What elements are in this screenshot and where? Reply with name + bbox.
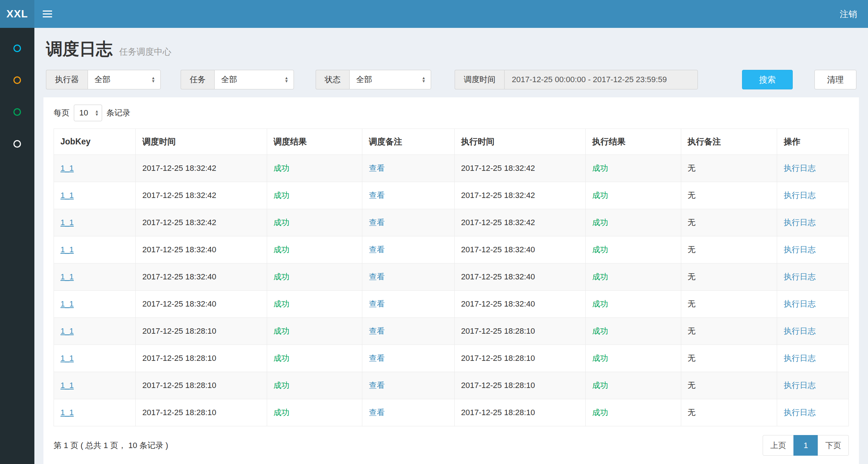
pagination-prev-button[interactable]: 上页	[763, 435, 794, 456]
jobkey-link[interactable]: 1_1	[60, 218, 74, 227]
handle-result-cell: 成功	[592, 272, 608, 281]
sidebar-menu-item[interactable]	[0, 128, 34, 160]
executor-filter-select[interactable]: 全部 ▲▼	[88, 70, 161, 89]
page-size-select[interactable]: 10 ▲▼	[74, 105, 102, 121]
filter-bar: 执行器 全部 ▲▼ 任务 全部 ▲▼ 状态 全部 ▲▼ 调度时间 搜索 清理	[34, 65, 868, 89]
trigger-result-cell: 成功	[274, 354, 290, 363]
circle-outline-icon	[13, 45, 21, 52]
handle-remark-cell: 无	[688, 272, 696, 281]
status-filter: 状态 全部 ▲▼	[316, 70, 431, 89]
handle-result-cell: 成功	[592, 164, 608, 173]
status-filter-label: 状态	[316, 70, 349, 89]
trigger-remark-link[interactable]: 查看	[369, 354, 385, 363]
trigger-remark-link[interactable]: 查看	[369, 408, 385, 417]
pagination-next-button[interactable]: 下页	[818, 435, 849, 456]
trigger-remark-link[interactable]: 查看	[369, 164, 385, 173]
handle-remark-cell: 无	[688, 191, 696, 200]
execution-log-link[interactable]: 执行日志	[784, 408, 816, 417]
logout-link[interactable]: 注销	[840, 8, 857, 20]
table-row: 1_12017-12-25 18:28:10成功查看2017-12-25 18:…	[54, 372, 849, 399]
page-summary: 第 1 页 ( 总共 1 页， 10 条记录 )	[54, 440, 168, 451]
log-table-panel: 每页 10 ▲▼ 条记录 JobKey调度时间调度结果调度备注执行时间执行结果执…	[43, 97, 859, 464]
column-header: 操作	[777, 129, 849, 155]
jobkey-link[interactable]: 1_1	[60, 272, 74, 281]
jobkey-link[interactable]: 1_1	[60, 326, 74, 336]
sidebar-menu-item[interactable]	[0, 64, 34, 96]
table-row: 1_12017-12-25 18:32:42成功查看2017-12-25 18:…	[54, 209, 849, 236]
handle-time-cell: 2017-12-25 18:32:42	[461, 164, 535, 173]
handle-remark-cell: 无	[688, 164, 696, 173]
sidebar	[0, 28, 34, 464]
table-footer: 第 1 页 ( 总共 1 页， 10 条记录 ) 上页 1 下页	[54, 435, 849, 456]
status-filter-select[interactable]: 全部 ▲▼	[349, 70, 431, 89]
handle-remark-cell: 无	[688, 299, 696, 308]
execution-log-link[interactable]: 执行日志	[784, 354, 816, 363]
handle-result-cell: 成功	[592, 191, 608, 200]
app-logo[interactable]: XXL	[0, 0, 34, 28]
jobkey-link[interactable]: 1_1	[60, 299, 74, 308]
page-size-value: 10	[79, 108, 88, 118]
select-stepper-icon: ▲▼	[151, 76, 155, 83]
execution-log-link[interactable]: 执行日志	[784, 326, 816, 336]
jobkey-link[interactable]: 1_1	[60, 191, 74, 200]
sidebar-menu-item[interactable]	[0, 32, 34, 64]
executor-filter-value: 全部	[94, 74, 110, 85]
trigger-time-filter: 调度时间	[455, 70, 698, 89]
jobkey-link[interactable]: 1_1	[60, 408, 74, 417]
trigger-remark-link[interactable]: 查看	[369, 218, 385, 227]
jobkey-link[interactable]: 1_1	[60, 245, 74, 254]
execution-log-link[interactable]: 执行日志	[784, 299, 816, 308]
trigger-time-range-input[interactable]	[504, 70, 698, 89]
select-stepper-icon: ▲▼	[285, 76, 288, 83]
circle-outline-icon	[13, 76, 21, 84]
page-title: 调度日志	[46, 39, 113, 58]
sidebar-menu-item[interactable]	[0, 96, 34, 128]
handle-result-cell: 成功	[592, 326, 608, 336]
trigger-time-cell: 2017-12-25 18:32:40	[142, 245, 216, 254]
circle-outline-icon	[13, 140, 21, 148]
execution-log-link[interactable]: 执行日志	[784, 191, 816, 200]
execution-log-link[interactable]: 执行日志	[784, 218, 816, 227]
executor-filter-label: 执行器	[46, 70, 88, 89]
trigger-remark-link[interactable]: 查看	[369, 245, 385, 254]
column-header: 执行结果	[586, 129, 681, 155]
column-header: 执行备注	[681, 129, 777, 155]
handle-remark-cell: 无	[688, 245, 696, 254]
pagination-current-page[interactable]: 1	[793, 435, 818, 456]
trigger-remark-link[interactable]: 查看	[369, 191, 385, 200]
log-table: JobKey调度时间调度结果调度备注执行时间执行结果执行备注操作 1_12017…	[54, 128, 849, 426]
search-button[interactable]: 搜索	[742, 70, 793, 89]
column-header: 调度备注	[362, 129, 455, 155]
handle-time-cell: 2017-12-25 18:28:10	[461, 381, 535, 390]
trigger-remark-link[interactable]: 查看	[369, 381, 385, 390]
executor-filter: 执行器 全部 ▲▼	[46, 70, 161, 89]
select-stepper-icon: ▲▼	[95, 110, 99, 117]
execution-log-link[interactable]: 执行日志	[784, 164, 816, 173]
jobkey-link[interactable]: 1_1	[60, 354, 74, 363]
jobkey-link[interactable]: 1_1	[60, 381, 74, 390]
trigger-result-cell: 成功	[274, 299, 290, 308]
trigger-result-cell: 成功	[274, 164, 290, 173]
navbar-right: 注销	[840, 0, 868, 28]
trigger-remark-link[interactable]: 查看	[369, 299, 385, 308]
handle-time-cell: 2017-12-25 18:32:40	[461, 272, 535, 281]
execution-log-link[interactable]: 执行日志	[784, 245, 816, 254]
sidebar-toggle-button[interactable]	[34, 0, 60, 28]
handle-time-cell: 2017-12-25 18:28:10	[461, 326, 535, 336]
table-row: 1_12017-12-25 18:32:40成功查看2017-12-25 18:…	[54, 291, 849, 318]
trigger-remark-link[interactable]: 查看	[369, 326, 385, 336]
table-row: 1_12017-12-25 18:28:10成功查看2017-12-25 18:…	[54, 399, 849, 426]
handle-remark-cell: 无	[688, 218, 696, 227]
trigger-result-cell: 成功	[274, 245, 290, 254]
job-filter-select[interactable]: 全部 ▲▼	[214, 70, 294, 89]
handle-time-cell: 2017-12-25 18:28:10	[461, 408, 535, 417]
sidebar-menu	[0, 32, 34, 160]
jobkey-link[interactable]: 1_1	[60, 164, 74, 173]
clear-button[interactable]: 清理	[814, 70, 856, 89]
trigger-result-cell: 成功	[274, 326, 290, 336]
execution-log-link[interactable]: 执行日志	[784, 381, 816, 390]
handle-remark-cell: 无	[688, 354, 696, 363]
execution-log-link[interactable]: 执行日志	[784, 272, 816, 281]
handle-result-cell: 成功	[592, 299, 608, 308]
trigger-remark-link[interactable]: 查看	[369, 272, 385, 281]
